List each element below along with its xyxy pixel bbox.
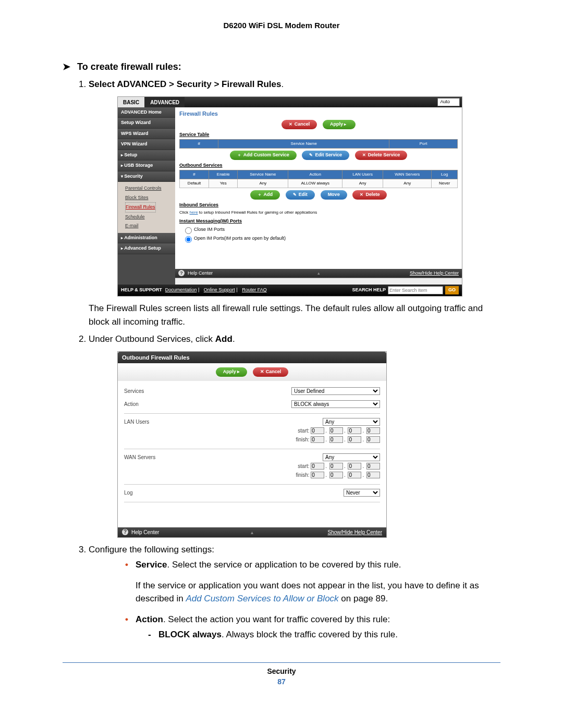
- close-im-label: Close IM Ports: [194, 227, 225, 232]
- lan-start-4[interactable]: [366, 427, 380, 434]
- col-action: Action: [288, 170, 342, 179]
- docs-link[interactable]: Documentation: [165, 287, 197, 292]
- tab-basic[interactable]: BASIC: [118, 97, 145, 107]
- lan-finish-2[interactable]: [329, 436, 343, 443]
- lan-users-label: LAN Users: [124, 418, 228, 426]
- wan-finish-1[interactable]: [311, 472, 324, 478]
- bullet-service: Service. Select the service or applicati…: [125, 558, 500, 606]
- help-support-label: HELP & SUPPORT: [121, 287, 162, 294]
- auto-select[interactable]: Auto: [437, 98, 460, 106]
- log-select[interactable]: Never: [344, 489, 380, 497]
- lan-start-2[interactable]: [329, 427, 343, 434]
- sidebar-setup-wizard[interactable]: Setup Wizard: [118, 118, 175, 129]
- outbound-heading: Outbound Services: [179, 162, 458, 169]
- lan-finish-4[interactable]: [366, 436, 380, 443]
- apply-button[interactable]: Apply ▸: [323, 120, 356, 129]
- panel-title: Firewall Rules: [179, 109, 458, 118]
- delete-button[interactable]: ✕Delete: [352, 190, 387, 200]
- wan-finish-4[interactable]: [366, 472, 380, 478]
- col-log: Log: [432, 170, 458, 179]
- wan-start-2[interactable]: [329, 463, 343, 470]
- table-row[interactable]: Default Yes Any ALLOW always Any Any Nev…: [180, 179, 458, 188]
- pencil-icon: ✎: [309, 153, 313, 157]
- sidebar-firewall-rules[interactable]: Firewall Rules: [125, 202, 156, 213]
- col-port: Port: [389, 140, 458, 149]
- show-hide-help[interactable]: Show/Hide Help Center: [410, 270, 459, 277]
- step-3: Configure the following settings: Servic…: [89, 543, 500, 641]
- services-select[interactable]: User Defined: [291, 387, 380, 395]
- add-button[interactable]: ＋Add: [250, 190, 280, 200]
- x-icon: ✕: [360, 192, 363, 197]
- lan-finish-3[interactable]: [348, 436, 361, 443]
- inbound-link[interactable]: here: [190, 210, 198, 215]
- lan-users-select[interactable]: Any: [323, 418, 380, 426]
- sidebar-schedule[interactable]: Schedule: [125, 213, 175, 222]
- col-hash: #: [180, 140, 218, 149]
- help-center-bar: ? Help Center ▴ Show/Hide Help Center: [175, 269, 462, 278]
- col-hash: #: [180, 170, 209, 179]
- open-im-label: Open IM Ports(IM ports are open by defau…: [194, 236, 286, 241]
- action-select[interactable]: BLOCK always: [291, 400, 380, 408]
- sidebar-usb-storage[interactable]: USB Storage: [118, 161, 175, 171]
- go-button[interactable]: GO: [445, 286, 459, 294]
- sidebar-vpn-wizard[interactable]: VPN Wizard: [118, 139, 175, 150]
- horizontal-scrollbar[interactable]: [175, 278, 462, 285]
- wan-servers-select[interactable]: Any: [323, 453, 380, 461]
- chevron-up-icon[interactable]: ▴: [317, 270, 320, 277]
- inbound-heading: Inbound Services: [179, 202, 458, 209]
- sidebar-advanced-home[interactable]: ADVANCED Home: [118, 107, 175, 118]
- col-lan: LAN Users: [342, 170, 383, 179]
- dash-block-always: BLOCK always. Always block the traffic c…: [148, 628, 500, 641]
- edit-button[interactable]: ✎Edit: [286, 190, 315, 200]
- xref-custom-services[interactable]: Add Custom Services to Allow or Block: [186, 594, 338, 603]
- wan-finish-2[interactable]: [329, 472, 343, 478]
- ui2-apply-button[interactable]: Apply ▸: [216, 367, 248, 377]
- sidebar-email[interactable]: E-mail: [125, 221, 175, 231]
- ui2-show-hide[interactable]: Show/Hide Help Center: [328, 528, 383, 536]
- help-icon[interactable]: ?: [122, 529, 128, 535]
- sidebar-setup[interactable]: Setup: [118, 150, 175, 161]
- sidebar-parental-controls[interactable]: Parental Controls: [125, 184, 175, 193]
- col-wan: WAN Servers: [383, 170, 432, 179]
- log-label: Log: [124, 489, 228, 497]
- footer-section: Security: [63, 667, 500, 675]
- footer-rule: [63, 662, 500, 663]
- lan-start-3[interactable]: [348, 427, 361, 434]
- wan-start-1[interactable]: [311, 463, 324, 470]
- delete-service-button[interactable]: ✕Delete Service: [355, 151, 408, 160]
- search-input[interactable]: [388, 286, 443, 294]
- close-im-radio[interactable]: [185, 227, 192, 234]
- sidebar-wps-wizard[interactable]: WPS Wizard: [118, 129, 175, 140]
- arrow-icon: ➤: [63, 61, 70, 72]
- help-icon[interactable]: ?: [178, 270, 185, 276]
- wan-finish-3[interactable]: [348, 472, 361, 478]
- sidebar-block-sites[interactable]: Block Sites: [125, 193, 175, 203]
- step-1: Select ADVANCED > Security > Firewall Ru…: [89, 78, 500, 328]
- wan-servers-label: WAN Servers: [124, 453, 228, 461]
- step1-description: The Firewall Rules screen lists all fire…: [89, 302, 500, 328]
- wan-start-4[interactable]: [366, 463, 380, 470]
- plus-icon: ＋: [237, 153, 241, 157]
- lan-finish-1[interactable]: [311, 436, 324, 443]
- ui2-help-center-label: Help Center: [131, 528, 159, 536]
- col-enable: Enable: [209, 170, 238, 179]
- chevron-up-icon[interactable]: ▴: [251, 528, 253, 536]
- add-custom-service-button[interactable]: ＋Add Custom Service: [230, 151, 297, 160]
- lan-start-1[interactable]: [311, 427, 324, 434]
- move-button[interactable]: Move: [321, 190, 347, 200]
- x-icon: ✕: [289, 122, 292, 127]
- ui2-help-bar: ? Help Center ▴ Show/Hide Help Center: [118, 527, 386, 537]
- edit-service-button[interactable]: ✎Edit Service: [302, 151, 349, 160]
- inbound-note: Click here to setup Inbound Firewall Rul…: [179, 209, 458, 216]
- sidebar-security[interactable]: Security: [118, 171, 175, 182]
- tab-advanced[interactable]: ADVANCED: [145, 97, 185, 107]
- cancel-button[interactable]: ✕Cancel: [282, 120, 317, 129]
- wan-start-3[interactable]: [348, 463, 361, 470]
- sidebar-administration[interactable]: Administration: [118, 233, 175, 244]
- sidebar-advanced-setup[interactable]: Advanced Setup: [118, 243, 175, 254]
- open-im-radio[interactable]: [185, 236, 192, 243]
- col-service-name: Service Name: [218, 140, 389, 149]
- online-support-link[interactable]: Online Support: [204, 287, 235, 292]
- ui2-cancel-button[interactable]: ✕ Cancel: [253, 367, 288, 377]
- router-faq-link[interactable]: Router FAQ: [242, 287, 267, 292]
